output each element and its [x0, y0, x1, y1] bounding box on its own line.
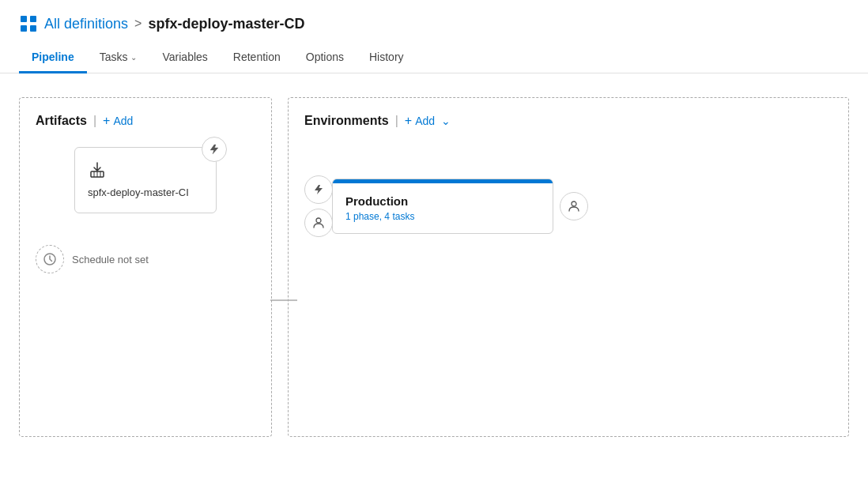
add-env-caret: ⌄ — [441, 115, 451, 127]
tasks-caret: ⌄ — [130, 53, 137, 62]
artifact-card[interactable]: spfx-deploy-master-CI — [74, 147, 217, 213]
tab-history[interactable]: History — [357, 43, 417, 73]
add-environment-button[interactable]: + Add ⌄ — [405, 114, 451, 128]
env-plus-icon: + — [405, 114, 412, 128]
schedule-label: Schedule not set — [72, 254, 149, 265]
build-icon — [88, 160, 203, 179]
nav-tabs: Pipeline Tasks ⌄ Variables Retention Opt… — [0, 43, 868, 73]
svg-rect-2 — [21, 25, 27, 32]
environments-header: Environments | + Add ⌄ — [304, 114, 832, 128]
pre-approval-icon[interactable] — [304, 209, 333, 237]
svg-rect-1 — [30, 16, 36, 22]
artifacts-title: Artifacts — [36, 114, 87, 128]
env-subtitle[interactable]: 1 phase, 4 tasks — [345, 211, 540, 222]
breadcrumb-link[interactable]: All definitions — [44, 16, 128, 32]
artifacts-divider: | — [93, 114, 96, 128]
env-card-body: Production 1 phase, 4 tasks — [333, 183, 553, 233]
env-name: Production — [345, 194, 540, 208]
trigger-badge[interactable] — [202, 137, 227, 162]
add-artifact-button[interactable]: + Add — [103, 114, 133, 128]
environment-row: Production 1 phase, 4 tasks — [304, 175, 832, 237]
artifacts-panel: Artifacts | + Add — [19, 97, 272, 437]
schedule-icon[interactable] — [36, 245, 64, 273]
schedule-section: Schedule not set — [36, 245, 255, 273]
pre-deployment-icons — [304, 175, 333, 237]
environment-card[interactable]: Production 1 phase, 4 tasks — [332, 179, 553, 234]
breadcrumb-separator: > — [134, 17, 142, 31]
page-title: spfx-deploy-master-CD — [148, 16, 304, 32]
tab-variables[interactable]: Variables — [149, 43, 220, 73]
tab-pipeline[interactable]: Pipeline — [19, 43, 87, 73]
artifact-name: spfx-deploy-master-CI — [88, 186, 203, 200]
environments-panel: Environments | + Add ⌄ — [288, 97, 849, 437]
environments-title: Environments — [304, 114, 389, 128]
svg-rect-3 — [30, 25, 36, 32]
svg-point-10 — [572, 201, 576, 206]
tab-tasks[interactable]: Tasks ⌄ — [87, 43, 150, 73]
plus-icon: + — [103, 114, 110, 128]
page-header: All definitions > spfx-deploy-master-CD — [0, 0, 868, 33]
main-content: Artifacts | + Add — [0, 73, 868, 461]
svg-point-9 — [316, 218, 321, 223]
add-environment-label: Add — [415, 115, 435, 127]
environments-divider: | — [395, 114, 398, 128]
add-artifact-label: Add — [113, 115, 133, 127]
tab-retention[interactable]: Retention — [221, 43, 293, 73]
app-icon — [19, 14, 38, 33]
post-approval-icon[interactable] — [560, 192, 588, 220]
pre-trigger-icon[interactable] — [304, 175, 333, 204]
breadcrumb: All definitions > spfx-deploy-master-CD — [44, 16, 304, 32]
tab-options[interactable]: Options — [293, 43, 357, 73]
artifacts-header: Artifacts | + Add — [36, 114, 255, 128]
svg-rect-0 — [21, 16, 27, 22]
